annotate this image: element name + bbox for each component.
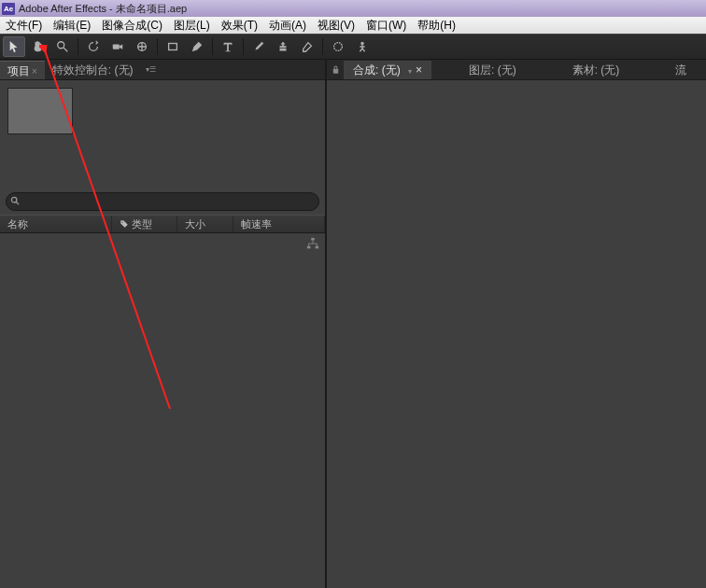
menu-effect[interactable]: 效果(T) <box>216 17 263 34</box>
project-thumbnail <box>7 88 73 134</box>
hand-tool[interactable] <box>27 36 49 57</box>
left-panel-tabs: 项目× 特效控制台: (无) ▾☰ <box>0 60 325 80</box>
col-framerate[interactable]: 帧速率 <box>233 216 325 232</box>
brush-tool[interactable] <box>247 36 270 57</box>
col-name[interactable]: 名称 <box>0 216 112 232</box>
flowchart-icon[interactable] <box>306 237 319 250</box>
title-bar: Ae Adobe After Effects - 未命名项目.aep <box>0 0 706 17</box>
tab-comp-label: 合成: (无) <box>353 63 401 77</box>
col-type[interactable]: 类型 <box>112 216 177 232</box>
lock-icon[interactable] <box>327 61 344 79</box>
project-search-input[interactable] <box>6 192 319 211</box>
workspace: 项目× 特效控制台: (无) ▾☰ 名称 类型 大小 帧速率 <box>0 60 706 588</box>
composition-panel: 合成: (无) ▾× 图层: (无) 素材: (无) 流 <box>327 60 706 588</box>
title-app-name: Adobe After Effects <box>19 3 106 14</box>
menu-bar: 文件(F) 编辑(E) 图像合成(C) 图层(L) 效果(T) 动画(A) 视图… <box>0 17 706 34</box>
tool-separator <box>243 38 244 55</box>
col-type-label: 类型 <box>132 215 152 233</box>
svg-point-5 <box>360 42 364 46</box>
svg-rect-11 <box>332 69 338 74</box>
pan-behind-tool[interactable] <box>131 36 153 57</box>
project-search-row <box>0 189 325 215</box>
svg-point-4 <box>334 43 343 51</box>
project-thumbnail-area <box>0 80 325 142</box>
pen-tool[interactable] <box>186 36 208 57</box>
selection-tool[interactable] <box>3 36 25 57</box>
menu-window[interactable]: 窗口(W) <box>360 17 412 34</box>
roto-brush-tool[interactable] <box>327 36 349 57</box>
puppet-tool[interactable] <box>351 36 374 57</box>
text-tool[interactable] <box>217 36 239 57</box>
composition-viewer[interactable] <box>327 80 706 588</box>
tab-effect-controls[interactable]: 特效控制台: (无) <box>45 61 141 79</box>
app-icon: Ae <box>2 3 15 15</box>
tool-separator <box>322 38 323 55</box>
menu-animation[interactable]: 动画(A) <box>263 17 312 34</box>
menu-composition[interactable]: 图像合成(C) <box>96 17 168 34</box>
tag-icon <box>120 219 129 229</box>
svg-point-6 <box>11 197 17 203</box>
project-columns-header: 名称 类型 大小 帧速率 <box>0 215 325 233</box>
panel-menu-dropdown[interactable]: ▾☰ <box>142 65 160 74</box>
rotation-tool[interactable] <box>82 36 105 57</box>
project-panel: 项目× 特效控制台: (无) ▾☰ 名称 类型 大小 帧速率 <box>0 60 327 588</box>
tab-effects-label: 特效控制台: (无) <box>52 63 134 77</box>
svg-rect-9 <box>307 246 311 249</box>
right-panel-tabs: 合成: (无) ▾× 图层: (无) 素材: (无) 流 <box>327 60 706 80</box>
tab-layer[interactable]: 图层: (无) <box>459 61 526 79</box>
eraser-tool[interactable] <box>296 36 318 57</box>
rectangle-tool[interactable] <box>162 36 184 57</box>
tab-project-label: 项目 <box>7 64 30 77</box>
tool-bar <box>0 34 706 60</box>
tab-close-icon[interactable]: × <box>416 63 422 77</box>
search-icon <box>10 196 21 206</box>
tool-separator <box>78 38 78 55</box>
clone-stamp-tool[interactable] <box>272 36 294 57</box>
menu-file[interactable]: 文件(F) <box>0 17 48 34</box>
svg-point-7 <box>122 222 123 223</box>
menu-layer[interactable]: 图层(L) <box>168 17 216 34</box>
tab-close-icon[interactable]: × <box>32 66 37 77</box>
project-items-list[interactable] <box>0 233 325 588</box>
svg-rect-1 <box>113 44 120 49</box>
tab-flowchart[interactable]: 流 <box>666 61 696 79</box>
svg-rect-8 <box>311 238 315 241</box>
title-sep: - <box>106 3 116 14</box>
svg-point-0 <box>58 42 64 49</box>
tab-composition[interactable]: 合成: (无) ▾× <box>344 61 431 79</box>
tool-separator <box>157 38 158 55</box>
col-size[interactable]: 大小 <box>177 216 233 232</box>
svg-rect-10 <box>316 246 319 249</box>
tab-footage[interactable]: 素材: (无) <box>563 61 629 79</box>
tab-project[interactable]: 项目× <box>0 61 45 79</box>
menu-edit[interactable]: 编辑(E) <box>48 17 96 34</box>
svg-rect-3 <box>169 44 177 50</box>
menu-help[interactable]: 帮助(H) <box>412 17 461 34</box>
menu-view[interactable]: 视图(V) <box>312 17 360 34</box>
camera-tool[interactable] <box>106 36 129 57</box>
title-file-name: 未命名项目.aep <box>116 2 187 16</box>
tool-separator <box>212 38 213 55</box>
zoom-tool[interactable] <box>51 36 74 57</box>
comp-dropdown-icon[interactable]: ▾ <box>404 67 416 76</box>
